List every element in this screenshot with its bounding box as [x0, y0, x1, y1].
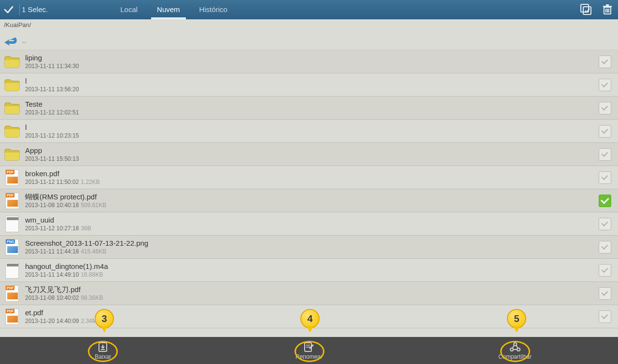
blank-icon — [4, 216, 20, 232]
file-date: 2013-11-11 11:44:18 — [25, 248, 79, 255]
file-date: 2013-11-08 10:40:02 — [25, 294, 79, 301]
file-meta: Appp 2013-11-11 15:50:13 — [25, 146, 599, 163]
file-subtitle: 2013-11-12 11:50:021.22KB — [25, 178, 599, 186]
row-checkbox[interactable] — [599, 241, 611, 253]
pdf-icon: PDF — [4, 169, 20, 186]
svg-rect-3 — [603, 6, 612, 7]
tab-local[interactable]: Local — [111, 0, 147, 19]
file-meta: broken.pdf 2013-11-12 11:50:021.22KB — [25, 169, 599, 186]
download-action[interactable]: Baixar — [0, 337, 206, 364]
file-date: 2013-11-12 10:23:15 — [25, 132, 79, 139]
file-name: Screenshot_2013-11-07-13-21-22.png — [25, 239, 599, 248]
tab-nuvem[interactable]: Nuvem — [147, 0, 190, 19]
svg-rect-1 — [583, 7, 591, 14]
row-checkbox[interactable] — [599, 56, 611, 68]
file-meta: 飞刀又见飞刀.pdf 2013-11-08 10:40:0298.36KB — [25, 285, 599, 302]
share-label: Compartilhar — [498, 353, 532, 360]
rename-action[interactable]: Renomear — [206, 337, 412, 364]
file-row[interactable]: PDF 飞刀又见飞刀.pdf 2013-11-08 10:40:0298.36K… — [0, 282, 618, 305]
file-subtitle: 2013-11-11 11:34:30 — [25, 62, 599, 70]
back-arrow-icon — [4, 35, 17, 46]
file-row[interactable]: l 2013-11-12 10:23:15 — [0, 120, 618, 143]
file-date: 2013-11-11 14:49:10 — [25, 271, 79, 278]
pdf-icon: PDF — [4, 308, 20, 325]
up-one-level[interactable]: .. — [0, 31, 618, 50]
rename-icon — [303, 341, 315, 353]
file-name: hangout_dingtone(1).m4a — [25, 262, 599, 271]
file-size: 415.46KB — [81, 248, 106, 255]
row-checkbox[interactable] — [599, 264, 611, 277]
trash-icon — [601, 3, 614, 16]
folder-icon — [4, 146, 20, 163]
file-name: 蝴蝶(RMS protect).pdf — [25, 193, 599, 201]
header-actions — [578, 0, 615, 19]
file-size: 509.61KB — [81, 202, 106, 209]
share-action[interactable]: Compartilhar — [412, 337, 618, 364]
bottom-action-bar: Baixar Renomear Compartilhar — [0, 337, 618, 364]
file-date: 2013-11-11 13:56:20 — [25, 86, 79, 93]
file-name: 飞刀又见飞刀.pdf — [25, 285, 599, 294]
share-icon — [509, 341, 521, 353]
folder-icon — [4, 54, 20, 70]
folder-icon — [4, 123, 20, 140]
annotation-bubble-3: 3 — [95, 309, 114, 328]
done-checkmark-button[interactable] — [0, 0, 17, 19]
file-row[interactable]: PDF broken.pdf 2013-11-12 11:50:021.22KB — [0, 166, 618, 189]
file-name: broken.pdf — [25, 169, 599, 178]
file-meta: hangout_dingtone(1).m4a 2013-11-11 14:49… — [25, 262, 599, 279]
file-row[interactable]: PDF 蝴蝶(RMS protect).pdf 2013-11-08 10:40… — [0, 189, 618, 212]
file-row[interactable]: hangout_dingtone(1).m4a 2013-11-11 14:49… — [0, 259, 618, 282]
png-icon: PNG — [4, 239, 20, 255]
breadcrumb: /KuaiPan/ — [0, 19, 618, 31]
delete-button[interactable] — [600, 2, 615, 17]
file-row[interactable]: Teste 2013-11-12 12:02:51 — [0, 97, 618, 120]
file-size: 36B — [81, 225, 91, 232]
row-checkbox[interactable] — [599, 310, 611, 323]
file-row[interactable]: liping 2013-11-11 11:34:30 — [0, 50, 618, 73]
file-subtitle: 2013-11-12 12:02:51 — [25, 109, 599, 116]
tab-historico[interactable]: Histórico — [190, 0, 237, 19]
rename-label: Renomear — [295, 353, 323, 360]
annotation-bubble-4: 4 — [300, 309, 320, 328]
row-checkbox[interactable] — [599, 102, 611, 114]
file-name: l — [25, 77, 599, 85]
file-date: 2013-11-12 10:27:18 — [25, 225, 79, 232]
file-name: Appp — [25, 146, 599, 155]
row-checkbox[interactable] — [599, 287, 611, 300]
pdf-icon: PDF — [4, 193, 20, 209]
file-subtitle: 2013-11-08 10:40:18509.61KB — [25, 201, 599, 209]
folder-icon — [4, 100, 20, 116]
row-checkbox[interactable] — [599, 171, 611, 184]
file-row[interactable]: wm_uuid 2013-11-12 10:27:1836B — [0, 212, 618, 236]
file-list: liping 2013-11-11 11:34:30 l 2013-11-11 … — [0, 50, 618, 328]
file-size: 1.22KB — [81, 179, 99, 185]
file-size: 16.88KB — [81, 271, 103, 278]
file-row[interactable]: l 2013-11-11 13:56:20 — [0, 73, 618, 97]
pdf-icon: PDF — [4, 285, 20, 302]
file-size: 98.36KB — [81, 294, 103, 301]
file-meta: Screenshot_2013-11-07-13-21-22.png 2013-… — [25, 239, 599, 255]
file-date: 2013-11-12 12:02:51 — [25, 109, 79, 116]
file-meta: l 2013-11-12 10:23:15 — [25, 123, 599, 140]
file-subtitle: 2013-11-12 10:23:15 — [25, 132, 599, 140]
file-name: l — [25, 123, 599, 132]
row-checkbox[interactable] — [599, 148, 611, 161]
up-label: .. — [22, 37, 26, 44]
file-meta: wm_uuid 2013-11-12 10:27:1836B — [25, 216, 599, 232]
file-date: 2013-11-20 14:40:09 — [25, 318, 79, 324]
row-checkbox[interactable] — [599, 125, 611, 138]
blank-icon — [4, 262, 20, 279]
select-all-icon — [580, 3, 592, 16]
file-meta: l 2013-11-11 13:56:20 — [25, 77, 599, 93]
file-subtitle: 2013-11-11 11:44:18415.46KB — [25, 248, 599, 255]
row-checkbox[interactable] — [599, 218, 611, 230]
row-checkbox[interactable] — [599, 195, 611, 207]
file-subtitle: 2013-11-08 10:40:0298.36KB — [25, 294, 599, 302]
row-checkbox[interactable] — [599, 79, 611, 91]
select-all-button[interactable] — [578, 2, 594, 17]
file-row[interactable]: Appp 2013-11-11 15:50:13 — [0, 143, 618, 166]
file-name: Teste — [25, 100, 599, 109]
header-bar: 1 Selec. Local Nuvem Histórico — [0, 0, 618, 19]
file-name: wm_uuid — [25, 216, 599, 224]
file-row[interactable]: PNG Screenshot_2013-11-07-13-21-22.png 2… — [0, 236, 618, 259]
